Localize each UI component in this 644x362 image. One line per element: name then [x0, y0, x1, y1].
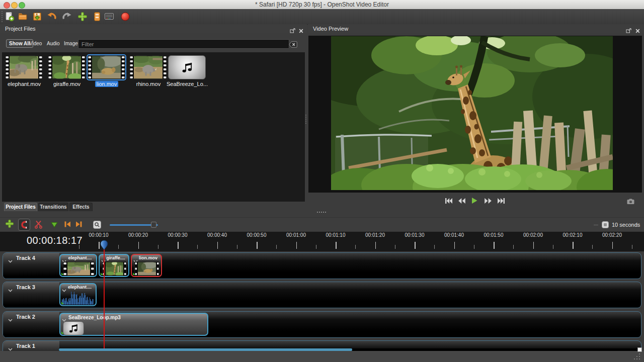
ruler-tick	[513, 245, 514, 249]
snapping-icon	[20, 220, 29, 229]
main-toolbar	[0, 9, 644, 25]
toolbar-drag-handle[interactable]	[2, 11, 3, 22]
close-panel-icon[interactable]	[635, 26, 640, 35]
tab-effects[interactable]: Effects	[69, 203, 93, 211]
import-files-button[interactable]	[77, 12, 88, 22]
ruler-tick	[494, 242, 495, 249]
open-project-icon	[18, 12, 28, 22]
file-name-label: elephant.mov	[1, 81, 47, 87]
timeline-scrollbar-thumb[interactable]	[59, 348, 352, 351]
file-item[interactable]: giraffe.mov	[47, 55, 87, 88]
timeline-bottom-strip	[0, 351, 644, 362]
zoom-scale-selector[interactable]	[602, 221, 609, 230]
project-files-list: elephant.movgiraffe.movlion.movrhino.mov…	[2, 52, 305, 202]
choose-profile-button[interactable]	[104, 12, 114, 22]
clip-label: elephant....	[65, 285, 94, 290]
window-resize-grip[interactable]	[633, 352, 641, 362]
timeline-zoom-slider-handle[interactable]	[151, 222, 156, 228]
clip-effect-indicator	[101, 273, 103, 275]
rewind-button[interactable]	[458, 197, 466, 204]
float-panel-icon[interactable]	[626, 26, 632, 35]
openshot-window: * Safari [HD 720p 30 fps] - OpenShot Vid…	[0, 0, 644, 362]
clip-label: lion.mov	[137, 255, 159, 260]
ruler-tick	[336, 242, 337, 249]
tab-transitions[interactable]: Transitions	[38, 203, 68, 211]
file-item[interactable]: lion.mov	[87, 55, 127, 88]
jump-to-start-button[interactable]	[445, 197, 453, 204]
razor-button[interactable]	[34, 220, 43, 229]
clip-elephant[interactable]: elephant....	[59, 283, 97, 306]
rewind-icon	[458, 198, 466, 204]
next-marker-button[interactable]	[75, 220, 84, 229]
ruler-tick	[217, 242, 218, 249]
video-preview-panel-title: Video Preview	[313, 26, 348, 32]
filter-button-audio[interactable]: Audio	[47, 41, 60, 46]
playhead-line	[104, 250, 105, 348]
ruler-label: 00:02:10	[557, 232, 588, 238]
chevron-down-icon[interactable]	[8, 285, 13, 294]
snapshot-button[interactable]	[627, 198, 634, 207]
clear-filter-button[interactable]	[289, 41, 297, 50]
new-project-button[interactable]	[5, 12, 15, 22]
chevron-down-icon[interactable]	[8, 315, 13, 324]
add-marker-button[interactable]	[50, 221, 59, 230]
filter-input[interactable]	[78, 39, 289, 49]
ruler-label: 00:00:20	[123, 232, 153, 238]
project-files-panel-header: Project Files	[0, 24, 307, 33]
ruler-tick	[375, 242, 376, 249]
ruler-tick	[296, 242, 297, 249]
play-icon	[471, 197, 478, 204]
music-note-icon	[181, 61, 194, 73]
filter-button-image[interactable]: Image	[64, 41, 78, 46]
open-project-button[interactable]	[18, 12, 28, 22]
track-header[interactable]: Track 4	[3, 253, 59, 279]
jump-to-end-button[interactable]	[497, 197, 505, 204]
clip-effect-indicator	[61, 273, 64, 275]
snapping-button[interactable]	[18, 219, 30, 231]
previous-marker-button[interactable]	[63, 220, 72, 229]
ruler-tick	[415, 242, 416, 249]
file-item[interactable]: elephant.mov	[4, 55, 44, 88]
previous-marker-icon	[63, 220, 71, 228]
panel-splitter-handle[interactable]	[305, 115, 306, 125]
tab-project-files[interactable]: Project Files	[4, 203, 37, 211]
float-panel-icon[interactable]	[290, 26, 296, 35]
filter-button-video[interactable]: Video	[29, 41, 42, 46]
zoom-scale-icon	[602, 221, 609, 228]
window-title: * Safari [HD 720p 30 fps] - OpenShot Vid…	[0, 1, 644, 8]
choose-profile-icon	[104, 12, 114, 22]
clip-seabreeze-loop-mp3[interactable]: SeaBreeze_Loop.mp3	[59, 313, 208, 336]
export-video-button[interactable]	[120, 12, 130, 22]
fast-forward-button[interactable]	[484, 197, 492, 204]
undo-icon	[47, 12, 57, 22]
close-panel-icon[interactable]	[299, 26, 303, 35]
ruler-label: 00:01:10	[320, 232, 351, 238]
play-button[interactable]	[471, 197, 479, 204]
ruler-tick	[316, 245, 316, 249]
preview-splitter-handle[interactable]	[317, 212, 327, 213]
file-item[interactable]: SeaBreeze_Lo...	[167, 55, 207, 88]
clip-lion-mov[interactable]: lion.mov	[131, 254, 162, 277]
new-project-icon	[5, 12, 15, 22]
chevron-down-icon[interactable]	[8, 256, 13, 265]
file-thumbnail	[88, 55, 125, 79]
clip-elephant[interactable]: elephant....	[59, 254, 97, 277]
add-track-button[interactable]	[5, 219, 14, 228]
zoom-tool-button[interactable]	[93, 221, 101, 229]
ruler-tick	[355, 245, 356, 249]
playhead-handle[interactable]	[100, 240, 108, 254]
playhead-icon	[100, 240, 108, 252]
file-thumbnail	[48, 55, 86, 79]
file-item[interactable]: rhino.mov	[128, 55, 169, 88]
track-header[interactable]: Track 3	[3, 282, 59, 308]
ruler-label: 00:00:50	[242, 232, 272, 238]
video-preview-panel-header: Video Preview	[308, 24, 644, 33]
undo-button[interactable]	[47, 12, 57, 22]
track-header[interactable]: Track 2	[3, 312, 59, 337]
ruler-tick	[257, 242, 258, 249]
redo-button[interactable]	[62, 12, 72, 22]
title-editor-button[interactable]	[92, 12, 102, 22]
save-project-button[interactable]	[32, 12, 42, 22]
scrollbar-corner	[637, 347, 642, 352]
ruler-tick	[474, 245, 474, 249]
